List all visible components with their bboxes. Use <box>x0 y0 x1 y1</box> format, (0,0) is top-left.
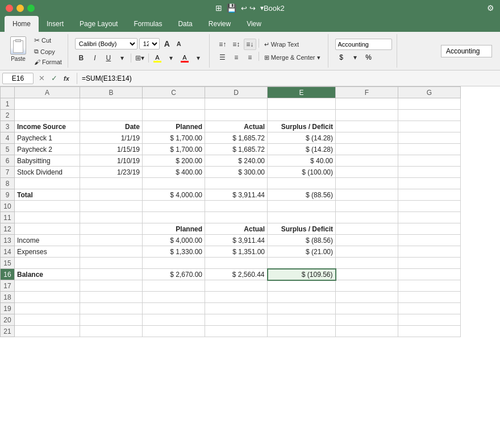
table-row[interactable]: 14Expenses$ 1,330.00$ 1,351.00$ (21.00) <box>1 246 461 258</box>
cell-21-7[interactable] <box>398 326 461 337</box>
formula-input[interactable] <box>82 73 498 84</box>
cell-1-7[interactable] <box>398 98 461 110</box>
table-row[interactable]: 1 <box>1 98 461 110</box>
cell-17-2[interactable] <box>80 280 143 292</box>
cell-11-6[interactable] <box>336 212 398 223</box>
row-header-3[interactable]: 3 <box>1 121 15 132</box>
cell-12-1[interactable] <box>15 223 80 235</box>
cell-1-2[interactable] <box>80 98 143 110</box>
cell-20-1[interactable] <box>15 314 80 326</box>
cell-6-2[interactable]: 1/10/19 <box>80 155 143 167</box>
cell-11-2[interactable] <box>80 212 143 223</box>
cell-12-5[interactable]: Surplus / Deficit <box>268 223 336 235</box>
cell-20-5[interactable] <box>268 314 336 326</box>
cell-7-6[interactable] <box>336 167 398 178</box>
increase-font-size-button[interactable]: A <box>161 38 173 49</box>
strikethrough-button[interactable]: ▾ <box>116 52 128 64</box>
cell-4-2[interactable]: 1/1/19 <box>80 132 143 144</box>
table-row[interactable]: 4Paycheck 11/1/19$ 1,700.00$ 1,685.72$ (… <box>1 132 461 144</box>
cell-6-1[interactable]: Babysitting <box>15 155 80 167</box>
cell-15-5[interactable] <box>268 258 336 269</box>
col-header-a[interactable]: A <box>15 87 80 98</box>
cell-8-4[interactable] <box>205 178 268 189</box>
number-format-input[interactable] <box>335 39 392 50</box>
cell-1-3[interactable] <box>143 98 205 110</box>
cell-10-3[interactable] <box>143 201 205 212</box>
cell-3-6[interactable] <box>336 121 398 132</box>
cell-10-2[interactable] <box>80 201 143 212</box>
cell-6-3[interactable]: $ 200.00 <box>143 155 205 167</box>
cell-18-6[interactable] <box>336 292 398 303</box>
cell-19-4[interactable] <box>205 303 268 314</box>
row-header-8[interactable]: 8 <box>1 178 15 189</box>
cell-7-3[interactable]: $ 400.00 <box>143 167 205 178</box>
cell-8-6[interactable] <box>336 178 398 189</box>
tab-data[interactable]: Data <box>170 16 200 32</box>
cell-9-2[interactable] <box>80 189 143 201</box>
cell-17-6[interactable] <box>336 280 398 292</box>
cell-1-1[interactable] <box>15 98 80 110</box>
tab-view[interactable]: View <box>239 16 269 32</box>
cell-19-1[interactable] <box>15 303 80 314</box>
cell-14-5[interactable]: $ (21.00) <box>268 246 336 258</box>
cell-13-2[interactable] <box>80 235 143 246</box>
cell-16-3[interactable]: $ 2,670.00 <box>143 269 205 280</box>
cell-2-7[interactable] <box>398 110 461 121</box>
cell-20-4[interactable] <box>205 314 268 326</box>
cell-13-6[interactable] <box>336 235 398 246</box>
col-header-g[interactable]: G <box>398 87 461 98</box>
cell-2-6[interactable] <box>336 110 398 121</box>
row-header-14[interactable]: 14 <box>1 246 15 258</box>
table-row[interactable]: 19 <box>1 303 461 314</box>
table-row[interactable]: 17 <box>1 280 461 292</box>
cell-6-4[interactable]: $ 240.00 <box>205 155 268 167</box>
cell-11-1[interactable] <box>15 212 80 223</box>
cell-14-7[interactable] <box>398 246 461 258</box>
row-header-17[interactable]: 17 <box>1 280 15 292</box>
tab-home[interactable]: Home <box>5 16 39 32</box>
cell-13-4[interactable]: $ 3,911.44 <box>205 235 268 246</box>
cell-8-3[interactable] <box>143 178 205 189</box>
font-color-arrow[interactable]: ▾ <box>192 52 205 64</box>
cell-10-7[interactable] <box>398 201 461 212</box>
table-row[interactable]: 10 <box>1 201 461 212</box>
cell-3-2[interactable]: Date <box>80 121 143 132</box>
cell-20-6[interactable] <box>336 314 398 326</box>
cell-19-5[interactable] <box>268 303 336 314</box>
cell-19-7[interactable] <box>398 303 461 314</box>
col-header-f[interactable]: F <box>336 87 398 98</box>
cell-11-5[interactable] <box>268 212 336 223</box>
fill-color-arrow[interactable]: ▾ <box>165 52 177 64</box>
row-header-5[interactable]: 5 <box>1 144 15 155</box>
col-header-b[interactable]: B <box>80 87 143 98</box>
cell-8-1[interactable] <box>15 178 80 189</box>
row-header-16[interactable]: 16 <box>1 269 15 280</box>
cell-9-5[interactable]: $ (88.56) <box>268 189 336 201</box>
cell-8-2[interactable] <box>80 178 143 189</box>
cell-13-7[interactable] <box>398 235 461 246</box>
cell-4-3[interactable]: $ 1,700.00 <box>143 132 205 144</box>
tab-review[interactable]: Review <box>201 16 239 32</box>
dollar-arrow[interactable]: ▾ <box>349 52 361 63</box>
table-row[interactable]: 21 <box>1 326 461 337</box>
cell-8-5[interactable] <box>268 178 336 189</box>
cell-9-6[interactable] <box>336 189 398 201</box>
cell-18-7[interactable] <box>398 292 461 303</box>
cell-20-2[interactable] <box>80 314 143 326</box>
cell-16-5[interactable]: $ (109.56) <box>268 269 336 280</box>
maximize-button[interactable] <box>27 5 35 12</box>
row-header-15[interactable]: 15 <box>1 258 15 269</box>
cell-8-7[interactable] <box>398 178 461 189</box>
cancel-formula-button[interactable]: ✕ <box>36 73 47 84</box>
table-row[interactable]: 5Paycheck 21/15/19$ 1,700.00$ 1,685.72$ … <box>1 144 461 155</box>
cell-5-1[interactable]: Paycheck 2 <box>15 144 80 155</box>
cell-16-1[interactable]: Balance <box>15 269 80 280</box>
cell-10-4[interactable] <box>205 201 268 212</box>
cell-9-7[interactable] <box>398 189 461 201</box>
align-middle-button[interactable]: ≡↕ <box>230 39 243 50</box>
cell-5-5[interactable]: $ (14.28) <box>268 144 336 155</box>
cell-2-1[interactable] <box>15 110 80 121</box>
cell-21-1[interactable] <box>15 326 80 337</box>
cell-17-3[interactable] <box>143 280 205 292</box>
table-row[interactable]: 16Balance$ 2,670.00$ 2,560.44$ (109.56) <box>1 269 461 280</box>
